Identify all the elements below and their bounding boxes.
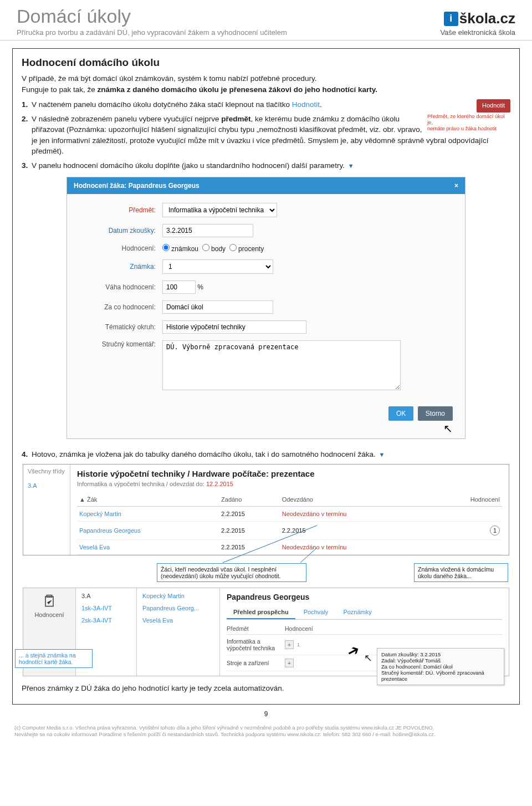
table-row[interactable]: Papandreus Georgeus2.2.20152.2.20151: [77, 522, 502, 540]
label-hodnoceni: Hodnocení:: [79, 244, 162, 252]
grading-modal: Hodnocení žáka: Papandreus Georgeus × Př…: [66, 177, 466, 439]
callout-row: Žáci, kteří neodevzdali včas úkol. I nes…: [24, 563, 508, 582]
title-block: Domácí úkoly Příručka pro tvorbu a zadáv…: [17, 6, 287, 37]
label-zaco: Za co hodnocení:: [79, 303, 162, 311]
all-classes-label: Všechny třídy: [28, 468, 65, 475]
label-znamka: Známka:: [79, 263, 162, 271]
ok-button[interactable]: OK: [388, 406, 413, 421]
modal-body: Předmět: Informatika a výpočetní technik…: [67, 194, 465, 406]
okruh-input[interactable]: [162, 320, 306, 334]
intro-2a: Funguje to pak tak, že: [22, 85, 98, 94]
datum-input[interactable]: [162, 224, 253, 237]
tab-poznamky[interactable]: Poznámky: [336, 606, 378, 618]
nav-group-2[interactable]: 2sk-3A-IVT: [81, 617, 131, 624]
storno-button[interactable]: Storno: [418, 406, 453, 421]
logo-text: škola.cz: [459, 10, 515, 27]
col-hodnoceni: Hodnocení: [285, 625, 313, 632]
li3-text: V panelu hodnocení domácího úkolu doplňt…: [32, 161, 345, 170]
step-4: 4. Hotovo, známka je vložena jak do tabu…: [22, 449, 510, 460]
expand-button-1[interactable]: +: [285, 640, 294, 649]
close-icon[interactable]: ×: [454, 182, 458, 190]
tip-2: Zadal: Výpočetkář Tomáš: [381, 657, 500, 664]
grade-value: 1: [297, 642, 300, 647]
callout-left-pupils: Žáci, kteří neodevzdali včas úkol. I nes…: [157, 563, 306, 582]
warn-2: nemáte právo u žáka hodnotit: [427, 125, 497, 131]
page-footer: (c) Computer Media s.r.o. Všechna práva …: [0, 722, 532, 747]
komentar-textarea[interactable]: DÚ. Výborně zpracovaná prezentace: [162, 340, 401, 390]
modal-footer: OK Storno ↖: [67, 406, 465, 438]
nav-group-1[interactable]: 1sk-3A-IVT: [81, 605, 131, 611]
page-number: 9: [0, 710, 532, 718]
th-hodnoceni[interactable]: Hodnocení: [429, 493, 502, 507]
label-okruh: Tématický okruh:: [79, 323, 162, 331]
hodnotit-button-sample[interactable]: Hodnotit: [477, 99, 510, 113]
footer-line-1: (c) Computer Media s.r.o. Všechna práva …: [14, 725, 518, 732]
doc-title: Domácí úkoly: [17, 6, 287, 27]
instruction-list: 1. Hodnotit V načteném panelu domácího ú…: [22, 99, 510, 171]
radio-znamkou[interactable]: známkou: [162, 245, 198, 253]
zaco-input[interactable]: [162, 300, 273, 314]
hodnotit-link: Hodnotit: [292, 100, 320, 109]
radio-procenty[interactable]: procenty: [229, 245, 264, 253]
intro-2b: známka z daného domácího úkolu je přenes…: [98, 85, 377, 94]
student-link-3[interactable]: Veselá Eva: [142, 617, 214, 624]
assignment-info: Informatika a výpočetní technika / odevz…: [77, 481, 502, 487]
predmet-select[interactable]: Informatika a výpočetní technika: [162, 203, 277, 217]
student-link-1[interactable]: Kopecký Martin: [142, 593, 214, 599]
clipboard-icon: [42, 593, 57, 608]
nav-class: 3.A: [81, 593, 131, 599]
li2-a: V následně zobrazeném panelu vybere vyuč…: [32, 115, 221, 123]
vaha-input[interactable]: [162, 280, 196, 294]
instruction-list-2: 4. Hotovo, známka je vložena jak do tabu…: [22, 449, 510, 460]
cursor-icon: ↖: [50, 422, 453, 435]
grading-card-shot: Hodnocení 3.A 1sk-3A-IVT 2sk-3A-IVT Kope…: [23, 588, 509, 676]
content-frame: Hodnocení domácího úkolu V případě, že m…: [12, 48, 520, 705]
table-row[interactable]: Veselá Eva2.2.2015Neodevzdáno v termínu: [77, 540, 502, 555]
logo-tagline: Vaše elektronická škola: [440, 28, 515, 37]
students-col: Kopecký Martin Papandreus Georg... Vesel…: [137, 588, 220, 676]
students-table: ▲ Žák Zadáno Odevzdáno Hodnocení Kopecký…: [77, 493, 502, 555]
tab-pochvaly[interactable]: Pochvaly: [297, 606, 335, 618]
subject-text: Informatika a výpočetní technika / odevz…: [77, 481, 206, 487]
pct-label: %: [197, 283, 203, 291]
step-2: 2. Předmět, ze kterého domácí úkol je, n…: [22, 114, 510, 157]
radio-body[interactable]: body: [202, 245, 226, 253]
card-main: Papandreus Georgeus Přehled prospěchu Po…: [220, 588, 509, 676]
th-zadano[interactable]: Zadáno: [219, 493, 280, 507]
class-link[interactable]: 3.A: [28, 482, 65, 489]
hodnoceni-label: Hodnocení: [29, 611, 70, 618]
col-predmet: Předmět: [227, 625, 285, 632]
label-komentar: Stručný komentář:: [79, 340, 162, 348]
callout-same-grade: ... a stejná známka na hodnotící kartě ž…: [15, 649, 93, 668]
logo-icon: i: [444, 12, 458, 26]
li1-dot: .: [320, 100, 322, 109]
class-sidebar: Všechny třídy 3.A: [23, 465, 70, 555]
label-vaha: Váha hodnocení:: [79, 283, 162, 291]
step-1: 1. Hodnotit V načteném panelu domácího ú…: [22, 99, 510, 110]
intro-line-2: Funguje to pak tak, že známka z daného d…: [22, 84, 510, 95]
modal-title: Hodnocení žáka: Papandreus Georgeus: [74, 182, 200, 190]
homework-table-shot: Všechny třídy 3.A Historie výpočetní tec…: [23, 464, 509, 555]
li2-b: předmět: [221, 115, 250, 123]
tip-3: Za co hodnocení: Domácí úkol: [381, 664, 500, 670]
doc-subtitle: Příručka pro tvorbu a zadávání DÚ, jeho …: [17, 28, 287, 37]
tab-prehled[interactable]: Přehled prospěchu: [227, 606, 295, 619]
assignment-title: Historie výpočetní techniky / Hardware p…: [77, 469, 502, 478]
label-datum: Datum zkoušky:: [79, 227, 162, 234]
li1-a: V načteném panelu domácího úkolu dotyčné…: [32, 100, 292, 109]
th-odevzdano[interactable]: Odevzdáno: [280, 493, 429, 507]
logo-block: i škola.cz Vaše elektronická škola: [440, 10, 515, 37]
arrow-marker-icon: ▼: [348, 162, 354, 169]
znamka-select[interactable]: 1: [162, 259, 273, 274]
table-row[interactable]: Kopecký Martin2.2.2015Neodevzdáno v term…: [77, 507, 502, 522]
student-link-2[interactable]: Papandreus Georg...: [142, 605, 214, 611]
th-zak[interactable]: ▲ Žák: [77, 493, 219, 507]
warn-1: Předmět, ze kterého domácí úkol je,: [427, 113, 504, 125]
callout-right-grade: Známka vložená k domácímu úkolu daného ž…: [414, 563, 508, 582]
intro-line-1: V případě, že má být domácí úkol známkov…: [22, 73, 510, 84]
hodnoceni-radios: známkou body procenty: [162, 244, 264, 253]
section-heading: Hodnocení domácího úkolu: [22, 57, 510, 69]
label-predmet: Předmět:: [79, 206, 162, 214]
student-name: Papandreus Georgeus: [227, 593, 502, 601]
expand-button-2[interactable]: +: [285, 659, 294, 667]
